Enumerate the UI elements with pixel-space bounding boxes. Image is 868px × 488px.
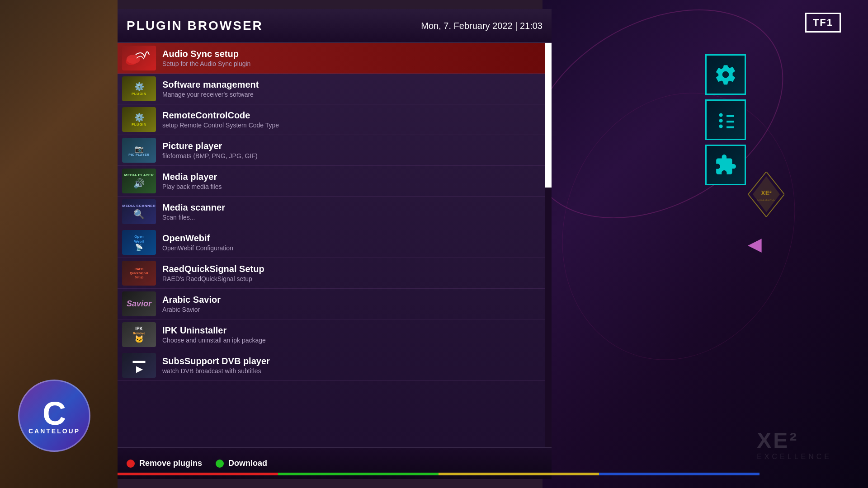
plugin-name-raed-quick: RaedQuickSignal Setup: [162, 264, 541, 274]
scrollbar[interactable]: [545, 43, 552, 447]
plugin-name-software-mgmt: Software management: [162, 80, 541, 90]
plugin-name-openwebif: OpenWebif: [162, 233, 541, 244]
svg-point-1: [127, 55, 140, 64]
plugin-icon-arabic-savior: Savior: [122, 291, 156, 316]
main-panel: PLUGIN BROWSER Mon, 7. February 2022 | 2…: [118, 9, 552, 479]
plugin-item-arabic-savior[interactable]: Savior Arabic Savior Arabic Savior: [118, 289, 545, 319]
xe2-brand-text: XE²: [757, 428, 832, 453]
plugin-icon-software-mgmt: ⚙️ PLUGIN: [122, 76, 156, 101]
remove-plugins-label: Remove plugins: [139, 459, 202, 468]
gear-icon: [714, 63, 737, 86]
plugin-desc-software-mgmt: Manage your receiver's software: [162, 91, 541, 98]
plugin-info-arabic-savior: Arabic Savior Arabic Savior: [162, 295, 541, 313]
header-datetime: Mon, 7. February 2022 | 21:03: [421, 21, 542, 31]
color-bar-red: [118, 473, 278, 475]
plugin-info-openwebif: OpenWebif OpenWebif Configuration: [162, 233, 541, 252]
page-title: PLUGIN BROWSER: [127, 19, 263, 33]
plugin-desc-audio-sync: Setup for the Audio Sync plugin: [162, 60, 541, 67]
plugin-desc-openwebif: OpenWebif Configuration: [162, 244, 541, 252]
plugin-item-subs-support[interactable]: ▬▬ ▶ SubsSupport DVB player watch DVB br…: [118, 350, 545, 381]
plugin-info-picture-player: Picture player fileformats (BMP, PNG, JP…: [162, 141, 541, 160]
plugin-icon-audio-sync: [122, 46, 156, 70]
plugin-info-media-scanner: Media scanner Scan files...: [162, 202, 541, 221]
remove-plugins-button[interactable]: Remove plugins: [127, 459, 202, 468]
menu-icon: [714, 108, 737, 131]
canteloup-letter: C: [42, 397, 66, 430]
settings-icon-button[interactable]: [705, 54, 746, 95]
plugin-item-picture-player[interactable]: 📷 PIC PLAYER Picture player fileformats …: [118, 135, 545, 166]
plugin-item-ipk-uninstaller[interactable]: IPK Remove 🐱 IPK Uninstaller Choose and …: [118, 319, 545, 350]
tf1-label: TF1: [805, 13, 841, 33]
plugin-icon-openwebif: Open Webif 📡: [122, 230, 156, 255]
plugin-name-audio-sync: Audio Sync setup: [162, 49, 541, 59]
plugin-desc-subs-support: watch DVB broadcast with subtitles: [162, 367, 541, 375]
plugin-desc-picture-player: fileformats (BMP, PNG, JPG, GIF): [162, 152, 541, 160]
puzzle-icon: [714, 154, 737, 176]
tf1-logo: TF1: [805, 13, 841, 33]
color-bar: [118, 473, 760, 475]
plugin-list: Audio Sync setup Setup for the Audio Syn…: [118, 43, 545, 447]
plugin-desc-remote-control: setup Remote Control System Code Type: [162, 122, 541, 129]
scrollbar-thumb[interactable]: [545, 43, 552, 188]
red-dot-icon: [127, 460, 135, 468]
plugin-name-picture-player: Picture player: [162, 141, 541, 151]
puzzle-icon-button[interactable]: [705, 145, 746, 185]
plugin-desc-raed-quick: RAED's RaedQuickSignal setup: [162, 275, 541, 282]
plugin-name-remote-control: RemoteControlCode: [162, 110, 541, 121]
plugin-icon-remote-control: ⚙️ PLUGIN: [122, 107, 156, 132]
plugin-info-remote-control: RemoteControlCode setup Remote Control S…: [162, 110, 541, 129]
plugin-icon-media-scanner: MEDIA SCANNER 🔍: [122, 199, 156, 224]
canteloup-logo: C CANTELOUP: [18, 380, 90, 452]
plugin-icon-raed-quick: RAEDQuickSignalSetup: [122, 261, 156, 286]
color-bar-yellow: [439, 473, 599, 475]
menu-icon-button[interactable]: [705, 99, 746, 140]
plugin-icon-ipk-uninstaller: IPK Remove 🐱: [122, 322, 156, 347]
svg-text:EXCELLENCE: EXCELLENCE: [757, 198, 775, 201]
green-dot-icon: [216, 460, 224, 468]
plugin-info-media-player: Media player Play back media files: [162, 172, 541, 190]
xe2-watermark: XE² EXCELLENCE: [757, 428, 832, 461]
plugin-name-ipk-uninstaller: IPK Uninstaller: [162, 325, 541, 336]
svg-text:XE²: XE²: [761, 189, 772, 197]
plugin-name-media-scanner: Media scanner: [162, 202, 541, 213]
canteloup-circle: C CANTELOUP: [18, 380, 90, 452]
plugin-info-audio-sync: Audio Sync setup Setup for the Audio Syn…: [162, 49, 541, 67]
right-icons-panel: [705, 54, 746, 185]
plugin-info-software-mgmt: Software management Manage your receiver…: [162, 80, 541, 98]
download-button[interactable]: Download: [216, 459, 267, 468]
plugin-icon-picture-player: 📷 PIC PLAYER: [122, 138, 156, 163]
plugin-item-remote-control[interactable]: ⚙️ PLUGIN RemoteControlCode setup Remote…: [118, 104, 545, 135]
plugin-icon-media-player: MEDIA PLAYER 🔊: [122, 169, 156, 193]
plugin-desc-arabic-savior: Arabic Savior: [162, 306, 541, 313]
plugin-name-arabic-savior: Arabic Savior: [162, 295, 541, 305]
plugin-info-raed-quick: RaedQuickSignal Setup RAED's RaedQuickSi…: [162, 264, 541, 282]
plugin-desc-ipk-uninstaller: Choose and uninstall an ipk package: [162, 337, 541, 344]
xe2-sub-text: EXCELLENCE: [757, 453, 832, 461]
plugin-name-subs-support: SubsSupport DVB player: [162, 356, 541, 366]
plugin-info-ipk-uninstaller: IPK Uninstaller Choose and uninstall an …: [162, 325, 541, 344]
header-bar: PLUGIN BROWSER Mon, 7. February 2022 | 2…: [118, 9, 552, 43]
plugin-item-media-player[interactable]: MEDIA PLAYER 🔊 Media player Play back me…: [118, 166, 545, 197]
plugin-item-software-mgmt[interactable]: ⚙️ PLUGIN Software management Manage you…: [118, 74, 545, 104]
plugin-desc-media-scanner: Scan files...: [162, 214, 541, 221]
plugin-name-media-player: Media player: [162, 172, 541, 182]
plugin-list-container: Audio Sync setup Setup for the Audio Syn…: [118, 43, 552, 447]
plugin-desc-media-player: Play back media files: [162, 183, 541, 190]
plugin-item-media-scanner[interactable]: MEDIA SCANNER 🔍 Media scanner Scan files…: [118, 197, 545, 227]
plugin-info-subs-support: SubsSupport DVB player watch DVB broadca…: [162, 356, 541, 375]
plugin-icon-subs-support: ▬▬ ▶: [122, 353, 156, 378]
color-bar-green: [278, 473, 439, 475]
nav-arrow-left[interactable]: ◀: [748, 234, 762, 254]
plugin-item-audio-sync[interactable]: Audio Sync setup Setup for the Audio Syn…: [118, 43, 545, 74]
download-label: Download: [228, 459, 267, 468]
plugin-item-openwebif[interactable]: Open Webif 📡 OpenWebif OpenWebif Configu…: [118, 227, 545, 258]
plugin-item-raed-quick[interactable]: RAEDQuickSignalSetup RaedQuickSignal Set…: [118, 258, 545, 289]
xe2-brand-icon: XE² EXCELLENCE: [748, 172, 784, 219]
canteloup-name: CANTELOUP: [28, 427, 80, 435]
color-bar-blue: [599, 473, 760, 475]
